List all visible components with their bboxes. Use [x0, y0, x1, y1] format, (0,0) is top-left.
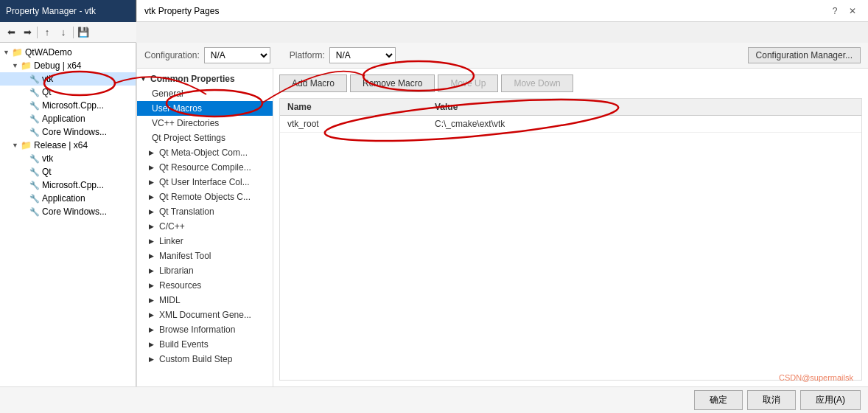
props-qt-meta[interactable]: ▶ Qt Meta-Object Com... [137, 145, 273, 160]
config-label: Configuration: [144, 50, 200, 60]
props-browse-info[interactable]: ▶ Browse Information [137, 322, 273, 337]
tree-item-app-release[interactable]: 🔧 Application [0, 192, 136, 205]
right-panel: Configuration: N/A Platform: N/A Configu… [136, 43, 868, 386]
left-title-text: Property Manager - vtk [6, 6, 96, 16]
macro-table: Name Value vtk_root [279, 98, 862, 381]
right-title-bar: vtk Property Pages ? ✕ [136, 0, 868, 22]
help-button[interactable]: ? [827, 3, 843, 19]
tree-label-release: Release | x64 [34, 140, 88, 150]
col-header-value: Value [427, 99, 861, 116]
move-up-button[interactable]: Move Up [438, 74, 498, 92]
tree-item-qtwa[interactable]: ▼ 📁 QtWADemo [0, 46, 136, 59]
toolbar-forward-btn[interactable]: ➡ [19, 24, 35, 41]
right-title-text: vtk Property Pages [144, 6, 219, 16]
tree-label-debug: Debug | x64 [34, 60, 82, 71]
ok-button[interactable]: 确定 [694, 390, 743, 410]
move-down-button[interactable]: Move Down [501, 74, 573, 92]
tree-item-app-debug[interactable]: 🔧 Application [0, 112, 136, 125]
tree-label-app-debug: Application [42, 114, 85, 124]
tree-item-core-debug[interactable]: 🔧 Core Windows... [0, 125, 136, 139]
props-xml-doc[interactable]: ▶ XML Document Gene... [137, 308, 273, 322]
tree-label-app-release: Application [42, 193, 85, 204]
tree-label-vtk-debug: vtk [42, 74, 53, 84]
props-build-events[interactable]: ▶ Build Events [137, 337, 273, 352]
tree-item-debug[interactable]: ▼ 📁 Debug | x64 [0, 59, 136, 72]
col-header-name: Name [280, 99, 427, 116]
props-common-properties[interactable]: ▼ Common Properties [137, 72, 273, 86]
toolbar-up-btn[interactable]: ↑ [39, 24, 55, 41]
props-qt-remote[interactable]: ▶ Qt Remote Objects C... [137, 190, 273, 204]
props-qt-translation[interactable]: ▶ Qt Translation [137, 204, 273, 219]
props-manifest-tool[interactable]: ▶ Manifest Tool [137, 249, 273, 263]
props-c-cpp[interactable]: ▶ C/C++ [137, 219, 273, 234]
toolbar-down-btn[interactable]: ↓ [55, 24, 71, 41]
config-manager-button[interactable]: Configuration Manager... [748, 47, 861, 63]
config-dropdown[interactable]: N/A [204, 47, 270, 63]
tree-item-vtk-release[interactable]: 🔧 vtk [0, 152, 136, 165]
left-title-bar: Property Manager - vtk [0, 0, 136, 22]
props-midl[interactable]: ▶ MIDL [137, 293, 273, 308]
platform-dropdown[interactable]: N/A [329, 47, 396, 63]
macro-row-vtk-root[interactable]: vtk_root C:\_cmake\ext\vtk [280, 116, 861, 133]
macro-buttons-row: Add Macro Remove Macro Move Up Move Down [279, 74, 862, 92]
props-linker[interactable]: ▶ Linker [137, 234, 273, 249]
tree-item-qt-debug[interactable]: 🔧 Qt [0, 86, 136, 99]
toolbar-back-btn[interactable]: ⬅ [3, 24, 19, 41]
remove-macro-button[interactable]: Remove Macro [350, 74, 435, 92]
tree-item-mscpp-debug[interactable]: 🔧 Microsoft.Cpp... [0, 99, 136, 112]
props-user-macros[interactable]: User Macros [137, 101, 273, 116]
tree-item-qt-release[interactable]: 🔧 Qt [0, 165, 136, 178]
platform-label: Platform: [290, 50, 325, 60]
tree-item-core-release[interactable]: 🔧 Core Windows... [0, 205, 136, 218]
tree-label-core-debug: Core Windows... [42, 127, 107, 137]
tree-item-mscpp-release[interactable]: 🔧 Microsoft.Cpp... [0, 178, 136, 192]
props-qt-proj[interactable]: Qt Project Settings [137, 131, 273, 145]
left-panel: ▼ 📁 QtWADemo ▼ 📁 Debug | x64 🔧 vtk 🔧 Qt [0, 43, 136, 386]
props-general[interactable]: General [137, 86, 273, 101]
props-qt-ui[interactable]: ▶ Qt User Interface Col... [137, 175, 273, 190]
props-qt-resource[interactable]: ▶ Qt Resource Compile... [137, 160, 273, 175]
config-bar: Configuration: N/A Platform: N/A Configu… [137, 43, 868, 69]
props-resources[interactable]: ▶ Resources [137, 278, 273, 293]
tree-item-release[interactable]: ▼ 📁 Release | x64 [0, 139, 136, 152]
macro-editor: Add Macro Remove Macro Move Up Move Down… [273, 69, 868, 386]
props-librarian[interactable]: ▶ Librarian [137, 263, 273, 278]
add-macro-button[interactable]: Add Macro [279, 74, 347, 92]
tree-label-mscpp-release: Microsoft.Cpp... [42, 180, 104, 190]
tree-label-vtk-release: vtk [42, 153, 53, 164]
toolbar: ⬅ ➡ ↑ ↓ 💾 [0, 22, 136, 43]
toolbar-save-btn[interactable]: 💾 [75, 24, 91, 41]
close-button[interactable]: ✕ [844, 3, 861, 19]
cancel-button[interactable]: 取消 [747, 390, 796, 410]
tree-label-qt-release: Qt [42, 167, 52, 177]
tree-label-mscpp-debug: Microsoft.Cpp... [42, 100, 104, 111]
bottom-bar: 确定 取消 应用(A) [0, 386, 868, 413]
tree-label-core-release: Core Windows... [42, 206, 107, 217]
tree-item-vtk-debug[interactable]: 🔧 vtk [0, 72, 136, 86]
macro-value-cell: C:\_cmake\ext\vtk [427, 116, 861, 133]
props-custom-build[interactable]: ▶ Custom Build Step [137, 352, 273, 367]
props-tree: ▼ Common Properties General User Macros … [137, 69, 273, 386]
apply-button[interactable]: 应用(A) [800, 390, 861, 410]
tree-label-qt-debug: Qt [42, 87, 52, 97]
props-vc-dirs[interactable]: VC++ Directories [137, 116, 273, 131]
macro-name-cell: vtk_root [280, 116, 427, 133]
tree-label-qtwa: QtWADemo [25, 47, 72, 58]
